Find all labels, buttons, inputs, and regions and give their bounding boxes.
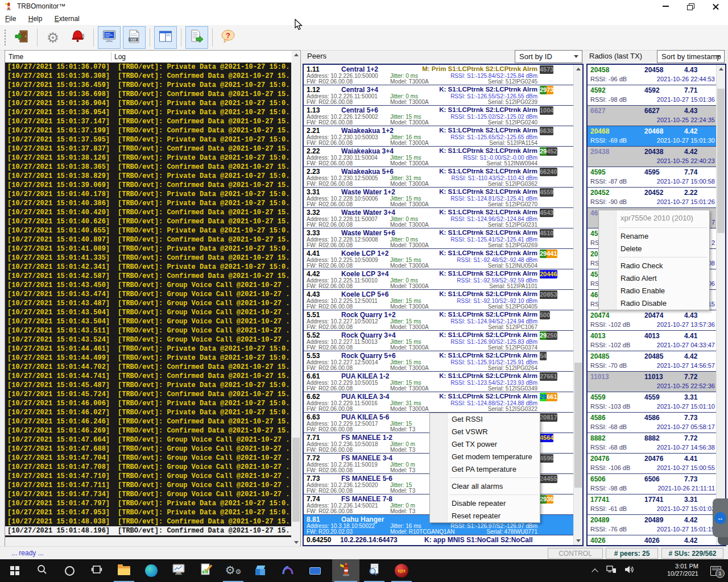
task-view-button[interactable]	[84, 559, 109, 582]
radio-row[interactable]: 8882 8882 7.72 RSSI: -68 dB 2021-10-27 1…	[588, 433, 717, 454]
action-center-button[interactable]: 1	[710, 559, 721, 582]
radio-row[interactable]: 4559 4559 3.31 RSSI: -103 dB 2021-10-27 …	[588, 392, 717, 413]
file-explorer-button[interactable]	[111, 559, 136, 582]
exit-button[interactable]	[10, 26, 33, 49]
log-entry-row[interactable]: [10/27/2021 15:01:48.038][TRBO/evt]: Con…	[5, 517, 291, 526]
report-app-button[interactable]	[193, 559, 218, 582]
radio-row[interactable]: 17741 17741 3.31 RSSI: -61 dB 2021-10-27…	[588, 494, 717, 515]
cube-app-button[interactable]	[248, 559, 273, 582]
peer-mnis-row[interactable]: 0.6425010.2.226.14:64473K: app MNIS S1:N…	[304, 535, 574, 545]
peer-row[interactable]: 3.32 Waste Water 3+4 K: S1:LCPtrnk S2:LC…	[304, 208, 574, 228]
peer-row[interactable]: 6.61 PUA KILEA 1-2 K: S1:LCPtrnk S2:LCPt…	[304, 372, 574, 392]
scroll-up-icon[interactable]	[574, 65, 582, 73]
radio-row[interactable]: 4586 4586 7.73 RSSI: -68 dB 2021-10-27 0…	[588, 413, 717, 433]
peer-row[interactable]: 5.53 Rock Quarry 5+6 K: S1:LCPtrnk S2:LC…	[304, 351, 574, 372]
log-entry-row[interactable]: [10/27/2021 15:01:47.708][TRBO/evt]: Gro…	[5, 463, 291, 472]
radio-row[interactable]: 4592 4592 7.71 RSSI: -98 dB 2021-10-27 1…	[588, 85, 717, 106]
log-entry-row[interactable]: [10/27/2021 15:01:36.904][TRBO/evt]: Pri…	[5, 99, 291, 108]
peer-row[interactable]: 4.42 Koele LCP 3+4 K: S1:LCPtrnk S2:LCPt…	[304, 269, 574, 290]
log-entry-row[interactable]: [10/27/2021 15:01:47.734][TRBO/evt]: Gro…	[5, 490, 291, 499]
log-entry-row[interactable]: [10/27/2021 15:01:42.587][TRBO/evt]: Con…	[5, 272, 291, 281]
edge-browser-button[interactable]	[139, 559, 164, 582]
menu-item-disable-repeater[interactable]: Disable repeater	[430, 497, 540, 510]
log-entry-row[interactable]: [10/27/2021 15:01:38.365][TRBO/evt]: Con…	[5, 163, 291, 172]
log-entry-row[interactable]: [10/27/2021 15:01:40.386][TRBO/evt]: Pri…	[5, 199, 291, 208]
scroll-down-icon[interactable]	[574, 537, 582, 545]
log-entry-row[interactable]: [10/27/2021 15:01:39.069][TRBO/evt]: Con…	[5, 181, 291, 190]
peers-scroll-thumb[interactable]	[574, 363, 582, 488]
log-scroll-thumb[interactable]	[292, 438, 300, 522]
log-entry-row[interactable]: [10/27/2021 15:01:43.504][TRBO/evt]: Gro…	[5, 317, 291, 326]
radio-row[interactable]: 20438 20438 4.42 2021-10-25 22:40:23	[588, 147, 717, 167]
toolbar-grip[interactable]	[4, 29, 6, 46]
taskbar-clock[interactable]: 3:01 PM 10/27/2021	[647, 559, 698, 582]
radio-row[interactable]: 20452 20452 2.22 RSSI: -90 dB 2021-10-27…	[588, 188, 717, 208]
export-log-toggle[interactable]	[185, 26, 208, 49]
device-app-button[interactable]	[303, 559, 328, 582]
radios-scrollbar[interactable]	[716, 65, 725, 545]
peer-row[interactable]: 3.33 Waste Water 5+6 K: S1:LCPtrnk S2:LC…	[304, 228, 574, 249]
log-col-time[interactable]: Time	[9, 53, 23, 61]
radio-row[interactable]: 20485 20485 4.42 RSSI: -70 dB 2021-10-27…	[588, 351, 717, 372]
log-scrollbar[interactable]	[292, 51, 300, 547]
log-entry-row[interactable]: [10/27/2021 15:01:47.704][TRBO/evt]: Gro…	[5, 454, 291, 463]
log-entry-row[interactable]: [10/27/2021 15:01:45.487][TRBO/evt]: Pri…	[5, 381, 291, 390]
menu-item-rename[interactable]: Rename	[599, 230, 709, 243]
radio-row[interactable]: 11013 11013 7.72 2021-10-25 22:52:36	[588, 372, 717, 392]
log-entry-row[interactable]: [10/27/2021 15:01:36.070][TRBO/evt]: Pri…	[5, 63, 291, 72]
menu-item-get-modem-temperature[interactable]: Get modem temperature	[430, 451, 540, 463]
menu-help[interactable]: Help	[23, 13, 48, 23]
menu-item-get-vswr[interactable]: Get VSWR	[430, 426, 540, 438]
radio-row[interactable]: 6627 6627 4.43 2021-10-25 22:24:35	[588, 106, 717, 126]
log-entry-row[interactable]: [10/27/2021 15:01:37.147][TRBO/evt]: Con…	[5, 117, 291, 126]
radio-row[interactable]: 20476 20476 4.41 RSSI: -106 dB 2021-10-2…	[588, 454, 717, 474]
log-col-log[interactable]: Log	[114, 53, 126, 61]
remote-control-handle[interactable]: ↔	[713, 498, 728, 537]
log-entry-row[interactable]: [10/27/2021 15:01:44.702][TRBO/evt]: Con…	[5, 363, 291, 372]
log-entry-row[interactable]: [10/27/2021 15:01:38.126][TRBO/evt]: Pri…	[5, 153, 291, 163]
settings-button[interactable]: ⚙	[42, 26, 64, 49]
log-entry-row[interactable]: [10/27/2021 15:01:40.420][TRBO/evt]: Con…	[5, 208, 291, 217]
restore-button[interactable]	[678, 0, 703, 13]
peers-scrollbar[interactable]	[573, 65, 582, 545]
radios-sort-dropdown[interactable]: Sort by timestamp	[657, 50, 725, 63]
log-entry-row[interactable]: [10/27/2021 15:01:40.655][TRBO/evt]: Pri…	[5, 226, 291, 235]
peer-row[interactable]: 1.12 Central 3+4 K: S1:LCPtrnk S2:LCPtrn…	[304, 85, 574, 106]
log-entry-row[interactable]: [10/27/2021 15:01:46.246][TRBO/evt]: Con…	[5, 417, 291, 426]
menu-item-clear-all-alarms[interactable]: Clear all alarms	[430, 480, 540, 493]
log-entry-row[interactable]: [10/27/2021 15:01:44.741][TRBO/evt]: Con…	[5, 372, 291, 381]
log-entry-row[interactable]: [10/27/2021 15:01:43.474][TRBO/evt]: Gro…	[5, 290, 291, 299]
log-entry-row[interactable]: [10/27/2021 15:01:46.027][TRBO/evt]: Pri…	[5, 408, 291, 417]
log-entry-row[interactable]: [10/27/2021 15:01:48.196][TRBO/evt]: Con…	[5, 526, 291, 535]
radio-row[interactable]: 20474 20474 4.43 RSSI: -102 dB 2021-10-2…	[588, 310, 717, 331]
radios-scroll-thumb[interactable]	[717, 89, 725, 233]
taskbar-search-button[interactable]	[30, 559, 55, 582]
peer-row[interactable]: 2.21 Waiakeakua 1+2 K: S1:LCPtrnk S2:LCP…	[304, 126, 574, 147]
log-entry-row[interactable]: [10/27/2021 15:01:47.711][TRBO/evt]: Gro…	[5, 481, 291, 490]
log-entry-row[interactable]: [10/27/2021 15:01:44.461][TRBO/evt]: Pri…	[5, 344, 291, 354]
log-entry-row[interactable]: [10/27/2021 15:01:37.595][TRBO/evt]: Pri…	[5, 135, 291, 144]
peer-row[interactable]: 2.22 Waiakeakua 3+4 K: S1:LCPtrnk S2:LCP…	[304, 147, 574, 167]
gears-app-button[interactable]: ⚙⚙	[221, 559, 246, 582]
menu-item-get-tx-power[interactable]: Get TX power	[430, 438, 540, 451]
log-entry-row[interactable]: [10/27/2021 15:01:46.006][TRBO/evt]: Pri…	[5, 399, 291, 408]
log-entry-row[interactable]: [10/27/2021 15:01:47.797][TRBO/evt]: Pri…	[5, 499, 291, 508]
menu-item-get-rssi[interactable]: Get RSSI	[430, 413, 540, 426]
peer-row[interactable]: 2.23 Waiakeakua 5+6 K: S1:LCPtrnk S2:LCP…	[304, 167, 574, 188]
cortana-button[interactable]	[57, 559, 82, 582]
log-entry-row[interactable]: [10/27/2021 15:01:36.308][TRBO/evt]: Con…	[5, 72, 291, 81]
menu-item-radio-enable[interactable]: Radio Enable	[599, 285, 709, 297]
split-view-toggle[interactable]	[154, 26, 177, 49]
scroll-up-icon[interactable]	[717, 65, 725, 73]
log-entry-row[interactable]: [10/27/2021 15:01:43.487][TRBO/evt]: Gro…	[5, 299, 291, 308]
menu-item-radio-check[interactable]: Radio Check	[599, 260, 709, 272]
log-entry-row[interactable]: [10/27/2021 15:01:36.698][TRBO/evt]: Con…	[5, 90, 291, 99]
alarm-button[interactable]	[67, 26, 89, 49]
radio-row[interactable]: 20489 20489 4.42 RSSI: -76 dB 2021-10-27…	[588, 515, 717, 535]
log-entry-row[interactable]: [10/27/2021 15:01:47.688][TRBO/evt]: Gro…	[5, 444, 291, 454]
radio-row[interactable]: 4595 4595 7.74 RSSI: -87 dB 2021-10-27 1…	[588, 167, 717, 188]
log-entry-row[interactable]: [10/27/2021 15:01:40.178][TRBO/evt]: Pri…	[5, 190, 291, 199]
menu-item-get-pa-temperature[interactable]: Get PA temperature	[430, 463, 540, 476]
control-button[interactable]: CONTROL	[548, 548, 603, 559]
minimize-button[interactable]	[653, 0, 678, 13]
